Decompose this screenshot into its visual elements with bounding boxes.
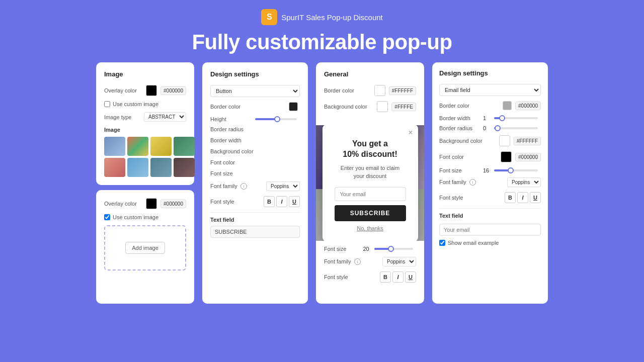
- cards-row: Image Overlay color #000000 Use custom i…: [0, 54, 644, 304]
- use-custom-image-row[interactable]: Use custom image: [104, 101, 186, 107]
- r-border-radius-track[interactable]: [494, 127, 538, 129]
- gen-font-family-select[interactable]: Poppins: [382, 257, 416, 266]
- gen-font-size-row: Font size 20: [324, 246, 416, 252]
- image-card-top-title: Image: [104, 70, 186, 78]
- gen-bg-color-row: Background color #FFFFE: [324, 101, 416, 112]
- divider: [210, 212, 300, 213]
- list-item[interactable]: [127, 158, 148, 177]
- gen-border-color-swatch[interactable]: [374, 85, 385, 96]
- overlay-color-label-2: Overlay color: [104, 201, 146, 207]
- list-item[interactable]: [174, 137, 195, 156]
- gen-font-italic-btn[interactable]: I: [392, 272, 404, 283]
- general-card-bottom: Font size 20 Font family i Poppins Font …: [316, 241, 424, 304]
- ds-font-family-select[interactable]: Poppins: [266, 182, 300, 191]
- overlay-color-swatch-2[interactable]: [146, 198, 157, 209]
- gen-font-style-row: Font style B I U: [324, 272, 416, 283]
- use-custom-image-label: Use custom image: [113, 101, 158, 107]
- popup-overlay: × You get a10% discount! Enter you email…: [316, 125, 424, 241]
- brand-logo-icon: S: [261, 9, 277, 25]
- r-font-family-select[interactable]: Poppins: [507, 177, 541, 187]
- show-email-row[interactable]: Show email example: [439, 240, 541, 246]
- r-font-color-label: Font color: [439, 154, 501, 160]
- list-item[interactable]: [104, 137, 125, 156]
- r-border-width-track[interactable]: [494, 117, 538, 119]
- r-font-family-row: Font family i Poppins: [439, 177, 541, 187]
- list-item[interactable]: [104, 158, 125, 177]
- r-border-color-value: #000000: [515, 102, 541, 110]
- brand-row: S SpurIT Sales Pop-up Discount: [261, 9, 383, 25]
- gen-font-size-track[interactable]: [374, 248, 414, 250]
- use-custom-image-checkbox[interactable]: [104, 101, 110, 107]
- show-email-checkbox[interactable]: [439, 240, 445, 246]
- popup-subtitle: Enter you email to claimyour discount: [335, 164, 406, 180]
- popup-no-thanks-link[interactable]: No, thanks: [335, 225, 406, 231]
- ds-border-color-swatch[interactable]: [289, 102, 298, 111]
- ds-font-color-row: Font color: [210, 159, 300, 165]
- r-bg-color-swatch[interactable]: [499, 135, 510, 146]
- font-style-underline-btn[interactable]: U: [289, 196, 300, 207]
- popup-subscribe-button[interactable]: SUBSCRIBE: [335, 205, 406, 221]
- gen-bg-color-swatch[interactable]: [377, 101, 388, 112]
- add-image-button[interactable]: Add image: [125, 242, 165, 254]
- popup-email-input[interactable]: [335, 187, 406, 201]
- gen-font-underline-btn[interactable]: U: [405, 272, 416, 283]
- image-type-row: Image type ABSTRACT: [104, 112, 186, 122]
- r-text-field-label: Text field: [439, 213, 541, 219]
- ds-font-color-label: Font color: [210, 159, 300, 165]
- header: S SpurIT Sales Pop-up Discount Fully cus…: [0, 0, 644, 54]
- design-dropdown-right[interactable]: Email field: [439, 84, 541, 96]
- popup-box: × You get a10% discount! Enter you email…: [323, 125, 418, 241]
- r-font-size-track[interactable]: [494, 169, 538, 171]
- image-grid: [104, 137, 186, 177]
- image-card-bottom: Overlay color #000000 Use custom image A…: [96, 190, 194, 304]
- r-bg-color-row: Background color #FFFFFF: [439, 135, 541, 146]
- use-custom-image-checkbox-2[interactable]: [104, 214, 110, 220]
- gen-font-style-btns: B I U: [380, 272, 416, 283]
- overlay-color-swatch[interactable]: [146, 85, 157, 96]
- design-settings-right-card: Design settings Email field Border color…: [432, 62, 548, 304]
- image-type-select[interactable]: ABSTRACT: [144, 112, 186, 122]
- r-border-width-value: 1: [483, 115, 491, 121]
- ds-height-row: Height: [210, 116, 300, 122]
- gen-font-size-value: 20: [363, 246, 371, 252]
- ds-height-track[interactable]: [255, 118, 297, 120]
- ds-text-field-label: Text field: [210, 217, 300, 223]
- r-border-color-swatch[interactable]: [503, 101, 512, 110]
- r-font-underline-btn[interactable]: U: [530, 192, 541, 203]
- list-item[interactable]: [127, 137, 148, 156]
- overlay-color-value-2: #000000: [160, 200, 186, 208]
- design-dropdown-left[interactable]: Button: [210, 85, 300, 97]
- image-sublabel: Image: [104, 127, 186, 133]
- r-font-family-info-icon: i: [469, 179, 476, 186]
- font-style-italic-btn[interactable]: I: [276, 196, 287, 207]
- list-item[interactable]: [150, 137, 172, 156]
- gen-border-color-row: Border color #FFFFFF: [324, 85, 416, 96]
- r-border-color-row: Border color #000000: [439, 101, 541, 110]
- ds-height-thumb[interactable]: [274, 116, 280, 122]
- list-item[interactable]: [174, 158, 195, 177]
- gen-font-size-fill: [374, 248, 390, 250]
- r-font-size-thumb[interactable]: [508, 167, 514, 173]
- preview-column: General Border color #FFFFFF Background …: [316, 62, 424, 304]
- r-font-bold-btn[interactable]: B: [505, 192, 516, 203]
- font-family-info-icon: i: [240, 183, 247, 190]
- r-border-radius-label: Border radius: [439, 125, 483, 131]
- font-style-bold-btn[interactable]: B: [264, 196, 275, 207]
- r-border-radius-thumb[interactable]: [495, 125, 501, 131]
- popup-close-button[interactable]: ×: [408, 129, 413, 137]
- preview-card: × You get a10% discount! Enter you email…: [316, 125, 424, 241]
- ds-border-color-row: Border color: [210, 102, 300, 111]
- popup-title: You get a10% discount!: [335, 139, 406, 160]
- r-font-italic-btn[interactable]: I: [517, 192, 528, 203]
- list-item[interactable]: [150, 158, 172, 177]
- design-settings-left-title: Design settings: [210, 70, 300, 78]
- use-custom-image-row-2[interactable]: Use custom image: [104, 214, 186, 220]
- gen-font-size-thumb[interactable]: [388, 246, 394, 252]
- r-border-width-thumb[interactable]: [499, 115, 505, 121]
- gen-font-bold-btn[interactable]: B: [380, 272, 391, 283]
- r-font-color-swatch[interactable]: [501, 151, 512, 162]
- add-image-area: Add image: [104, 225, 186, 270]
- ds-border-radius-row: Border radius: [210, 126, 300, 132]
- r-text-field-input[interactable]: [439, 224, 541, 236]
- overlay-color-value: #000000: [160, 86, 186, 95]
